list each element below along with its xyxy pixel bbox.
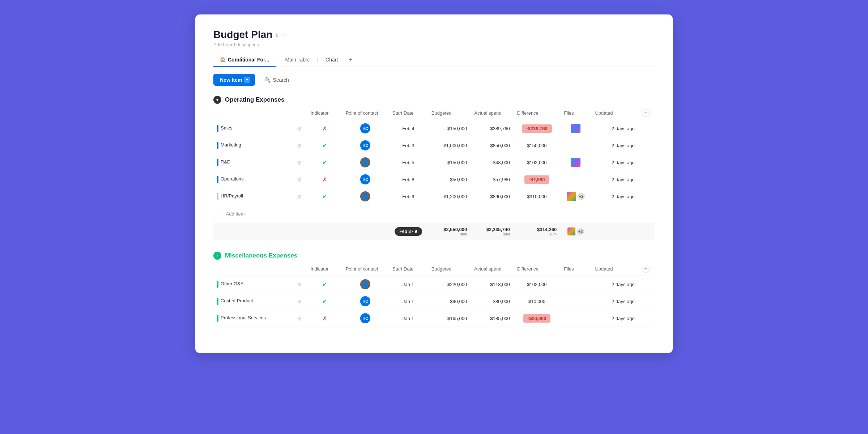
misc-col-header-files: Files: [560, 262, 591, 276]
new-item-chevron[interactable]: ▾: [244, 77, 250, 83]
row-bar-othergna: [217, 281, 218, 288]
tab-main-table[interactable]: Main Table: [278, 54, 316, 67]
summary-empty: [213, 223, 389, 240]
row-poc-costofproduct: HC: [342, 293, 389, 310]
row-date-othergna: Jan 1: [389, 276, 428, 293]
section-operating-collapse[interactable]: ▼: [213, 96, 221, 104]
row-actual-rd: $48,000: [471, 154, 514, 171]
row-budget-profservices: $165,000: [428, 310, 471, 327]
add-row-icon[interactable]: ⊕: [297, 298, 302, 305]
row-diff-sales: -$239,760: [514, 120, 560, 137]
col-header-actual: Actual spend: [471, 106, 514, 120]
row-indicator-profservices: ✗: [307, 310, 342, 327]
row-plus-profservices: [638, 310, 655, 327]
col-header-poc: Point of contact: [342, 106, 389, 120]
diff-neg-badge: -$239,760: [522, 124, 552, 133]
row-bar-profservices: [217, 315, 218, 322]
search-button[interactable]: 🔍 Search: [260, 75, 293, 85]
row-indicator-operations: ✗: [307, 171, 342, 188]
indicator-x-icon: ✗: [322, 315, 327, 322]
board-header: Budget Plan ℹ ☆: [213, 29, 655, 41]
col-header-files: Files: [560, 106, 591, 120]
section-operating-header: ▼ Operating Expenses: [213, 96, 655, 104]
row-date-marketing: Feb 3: [389, 137, 428, 154]
row-diff-operations: -$7,980: [514, 171, 560, 188]
row-add-costofproduct[interactable]: ⊕: [292, 293, 307, 310]
row-add-profservices[interactable]: ⊕: [292, 310, 307, 327]
add-item-button[interactable]: + Add Item: [217, 208, 248, 220]
row-actual-costofproduct: $80,000: [471, 293, 514, 310]
diff-pos-value: $102,000: [527, 282, 546, 287]
row-add-sales[interactable]: ⊕: [292, 120, 307, 137]
tab-conditional[interactable]: 🏠 Conditional For...: [213, 54, 276, 67]
tab-add-button[interactable]: +: [344, 53, 357, 67]
table-row: Operations ⊕ ✗ HC Feb 8 $50,000 $57,980 …: [213, 171, 655, 188]
row-date-costofproduct: Jan 1: [389, 293, 428, 310]
toolbar: New Item ▾ 🔍 Search: [213, 74, 655, 86]
row-diff-hrpayroll: $310,000: [514, 188, 560, 205]
operating-table-header-row: Indicator Point of contact Start Date Bu…: [213, 106, 655, 120]
row-indicator-marketing: ✔: [307, 137, 342, 154]
tab-chart-label: Chart: [326, 57, 338, 63]
row-actual-sales: $389,760: [471, 120, 514, 137]
add-row-icon[interactable]: ⊕: [297, 125, 302, 132]
misc-col-header-indicator: Indicator: [307, 262, 342, 276]
row-add-othergna[interactable]: ⊕: [292, 276, 307, 293]
row-date-sales: Feb 4: [389, 120, 428, 137]
operating-table: Indicator Point of contact Start Date Bu…: [213, 106, 655, 240]
info-icon[interactable]: ℹ: [276, 32, 278, 38]
tab-chart[interactable]: Chart: [319, 54, 344, 67]
col-header-budgeted: Budgeted: [428, 106, 471, 120]
row-files-hrpayroll: +2: [560, 188, 591, 205]
row-plus-operations: [638, 171, 655, 188]
avatar-hc: HC: [360, 296, 370, 306]
row-add-marketing[interactable]: ⊕: [292, 137, 307, 154]
add-row-icon[interactable]: ⊕: [297, 193, 302, 200]
tab-conditional-label: Conditional For...: [228, 57, 269, 63]
indicator-check-icon: ✔: [322, 281, 327, 288]
col-header-startdate: Start Date: [389, 106, 428, 120]
section-miscellaneous: ✓ Miscellaneous Expenses Indicator Point…: [213, 252, 655, 327]
section-operating-title: Operating Expenses: [225, 96, 284, 103]
summary-file-count: +2: [577, 228, 584, 235]
row-files-rd: [560, 154, 591, 171]
summary-actual: $2,235,740sum: [471, 223, 514, 240]
add-row-icon[interactable]: ⊕: [297, 142, 302, 149]
add-row-icon[interactable]: ⊕: [297, 176, 302, 183]
section-misc-header: ✓ Miscellaneous Expenses: [213, 252, 655, 260]
board-description[interactable]: Add board description: [213, 42, 655, 47]
add-row-icon[interactable]: ⊕: [297, 159, 302, 166]
row-add-operations[interactable]: ⊕: [292, 171, 307, 188]
row-poc-profservices: HC: [342, 310, 389, 327]
col-header-diff: Difference: [514, 106, 560, 120]
row-files-operations: [560, 171, 591, 188]
add-row-icon[interactable]: ⊕: [297, 315, 302, 322]
indicator-check-icon: ✔: [322, 142, 327, 149]
row-add-hrpayroll[interactable]: ⊕: [292, 188, 307, 205]
row-poc-rd: 👤: [342, 154, 389, 171]
add-item-label: Add Item: [226, 211, 245, 217]
row-add-rd[interactable]: ⊕: [292, 154, 307, 171]
section-misc-title: Miscellaneous Expenses: [225, 252, 297, 259]
tab-main-table-label: Main Table: [285, 57, 309, 63]
summary-empty-end: [591, 223, 655, 240]
section-misc-collapse[interactable]: ✓: [213, 252, 221, 260]
row-poc-hrpayroll: 👤: [342, 188, 389, 205]
date-range-badge: Feb 3 - 9: [395, 227, 422, 236]
star-icon[interactable]: ☆: [281, 31, 286, 38]
new-item-button[interactable]: New Item ▾: [213, 74, 255, 86]
row-plus-costofproduct: [638, 293, 655, 310]
diff-pos-value: $102,000: [527, 160, 546, 165]
board-title: Budget Plan: [213, 29, 272, 41]
avatar-person: 👤: [360, 157, 370, 167]
row-bar-costofproduct: [217, 298, 218, 305]
misc-col-header-updated: Updated: [591, 262, 638, 276]
col-header-plus: +: [638, 106, 655, 120]
add-row-icon[interactable]: ⊕: [297, 281, 302, 288]
row-date-hrpayroll: Feb 9: [389, 188, 428, 205]
avatar-hc: HC: [360, 140, 370, 150]
row-actual-operations: $57,980: [471, 171, 514, 188]
misc-add-column-button[interactable]: +: [642, 265, 650, 273]
add-column-button[interactable]: +: [642, 109, 650, 117]
col-header-updated: Updated: [591, 106, 638, 120]
